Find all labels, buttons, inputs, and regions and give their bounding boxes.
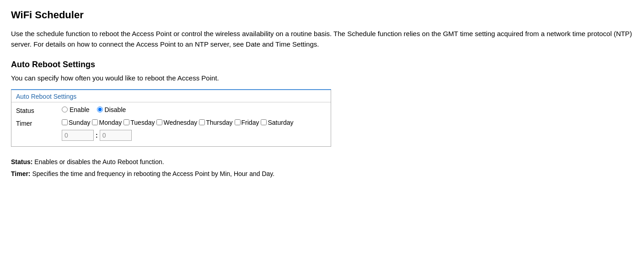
timer-footer-label: Timer: bbox=[11, 170, 31, 177]
footer-descriptions: Status: Enables or disables the Auto Reb… bbox=[11, 157, 633, 179]
minute-input[interactable]: 0 bbox=[100, 130, 132, 141]
status-options: Enable Disable bbox=[62, 106, 126, 113]
timer-row: Timer Sunday Monday Tuesday Wednesday bbox=[11, 116, 331, 143]
status-footer-desc: Enables or disables the Auto Reboot func… bbox=[32, 158, 164, 165]
friday-checkbox[interactable] bbox=[235, 119, 241, 125]
saturday-checkbox[interactable] bbox=[261, 119, 267, 125]
status-footer: Status: Enables or disables the Auto Reb… bbox=[11, 157, 633, 167]
tuesday-checkbox-item[interactable]: Tuesday bbox=[123, 119, 155, 126]
sunday-label: Sunday bbox=[69, 119, 90, 126]
status-enable-radio[interactable] bbox=[62, 107, 68, 112]
monday-checkbox-item[interactable]: Monday bbox=[92, 119, 122, 126]
auto-reboot-section-desc: You can specify how often you would like… bbox=[11, 74, 633, 82]
thursday-checkbox-item[interactable]: Thursday bbox=[199, 119, 232, 126]
status-footer-label: Status: bbox=[11, 158, 32, 165]
hour-input[interactable]: 0 bbox=[62, 130, 94, 141]
sunday-checkbox-item[interactable]: Sunday bbox=[62, 119, 90, 126]
settings-box-title: Auto Reboot Settings bbox=[11, 90, 331, 102]
timer-content: Sunday Monday Tuesday Wednesday Thursday bbox=[62, 119, 295, 141]
saturday-label: Saturday bbox=[268, 119, 293, 126]
timer-footer: Timer: Specifies the time and frequency … bbox=[11, 169, 633, 179]
wednesday-checkbox-item[interactable]: Wednesday bbox=[156, 119, 197, 126]
timer-footer-desc: Specifies the time and frequency in rebo… bbox=[31, 170, 275, 177]
colon-separator: : bbox=[96, 132, 98, 139]
timer-label: Timer bbox=[16, 119, 62, 127]
monday-checkbox[interactable] bbox=[92, 119, 98, 125]
tuesday-label: Tuesday bbox=[130, 119, 155, 126]
saturday-checkbox-item[interactable]: Saturday bbox=[261, 119, 293, 126]
status-enable-option[interactable]: Enable bbox=[62, 106, 90, 113]
monday-label: Monday bbox=[99, 119, 122, 126]
thursday-label: Thursday bbox=[206, 119, 232, 126]
status-enable-label: Enable bbox=[70, 106, 90, 113]
status-row: Status Enable Disable bbox=[11, 102, 331, 116]
auto-reboot-settings-box: Auto Reboot Settings Status Enable Disab… bbox=[11, 89, 331, 147]
days-checkboxes: Sunday Monday Tuesday Wednesday Thursday bbox=[62, 119, 295, 126]
wednesday-label: Wednesday bbox=[163, 119, 197, 126]
status-disable-radio[interactable] bbox=[97, 107, 103, 112]
tuesday-checkbox[interactable] bbox=[123, 119, 129, 125]
status-disable-option[interactable]: Disable bbox=[97, 106, 126, 113]
wednesday-checkbox[interactable] bbox=[156, 119, 162, 125]
intro-text: Use the schedule function to reboot the … bbox=[11, 28, 633, 50]
thursday-checkbox[interactable] bbox=[199, 119, 205, 125]
timer-inputs: 0 : 0 bbox=[62, 130, 295, 141]
friday-label: Friday bbox=[242, 119, 259, 126]
sunday-checkbox[interactable] bbox=[62, 119, 68, 125]
page-title: WiFi Scheduler bbox=[11, 9, 633, 21]
status-disable-label: Disable bbox=[105, 106, 126, 113]
friday-checkbox-item[interactable]: Friday bbox=[235, 119, 259, 126]
auto-reboot-section-title: Auto Reboot Settings bbox=[11, 60, 633, 69]
status-label: Status bbox=[16, 106, 62, 114]
